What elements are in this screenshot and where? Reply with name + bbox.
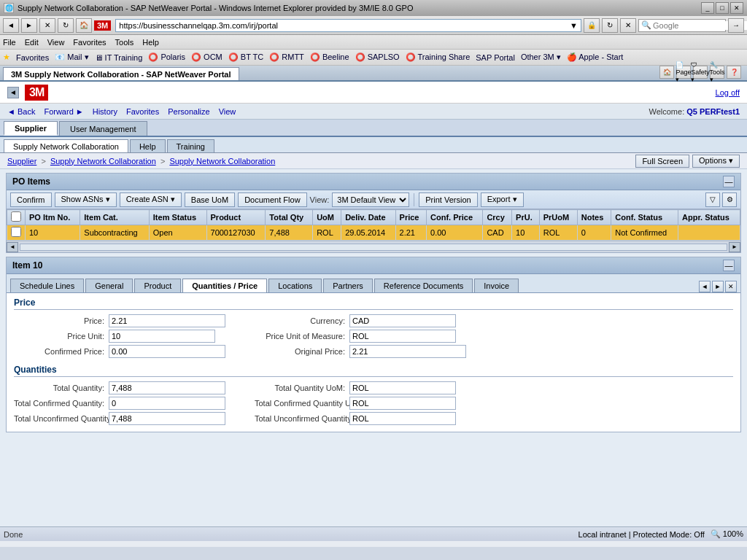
toolbar-safety-btn[interactable]: 🛡 Safety ▾ [693,66,708,79]
stop-button[interactable]: ✕ [39,18,55,33]
toolbar-tools-btn[interactable]: 🔧 Tools ▾ [710,66,724,79]
total-unconf-qty-uom-input[interactable] [349,412,456,425]
address-bar[interactable]: ▼ [115,19,581,32]
nav-view[interactable]: View [219,107,236,116]
fav-saplso[interactable]: ⭕ SAPLSO [355,52,400,62]
conf-price-input[interactable] [109,345,225,358]
menu-tools[interactable]: Tools [115,38,134,47]
browser-tab-main[interactable]: 3M Supply Network Collaboration - SAP Ne… [3,67,239,80]
select-all-checkbox[interactable] [11,211,21,222]
toolbar-help-btn[interactable]: ❓ [727,66,741,79]
row-checkbox-cell[interactable] [7,225,26,241]
menu-view[interactable]: View [47,38,65,47]
table-row[interactable]: 10 Subcontracting Open 7000127030 7,488 … [7,225,740,241]
sap-expand-btn[interactable]: ◄ [7,87,19,98]
refresh-button[interactable]: ↻ [58,18,74,33]
toolbar-page-btn[interactable]: 📄 Page ▾ [676,66,691,79]
tab-quantities-price[interactable]: Quantities / Price [182,279,267,292]
tab-supplier[interactable]: Supplier [4,121,58,136]
breadcrumb-item-2[interactable]: Supply Network Collaboration [50,157,156,166]
tab-reference-documents[interactable]: Reference Documents [374,279,473,292]
create-asn-button[interactable]: Create ASN ▾ [120,192,182,207]
fav-rmtt[interactable]: ⭕ RMTT [269,52,304,62]
confirm-button[interactable]: Confirm [10,192,52,207]
total-conf-qty-uom-input[interactable] [349,397,456,410]
tab-product[interactable]: Product [134,279,181,292]
total-qty-uom-input[interactable] [349,381,456,394]
tab-partners[interactable]: Partners [323,279,373,292]
fav-training-share[interactable]: ⭕ Training Share [406,52,471,62]
sub-tab-training[interactable]: Training [167,139,214,152]
menu-favorites[interactable]: Favorites [73,38,106,47]
po-items-collapse-btn[interactable]: — [723,176,735,187]
filter-icon[interactable]: ▽ [705,192,720,207]
search-bar[interactable]: 🔍 [638,19,726,32]
fav-ocm[interactable]: ⭕ OCM [191,52,222,62]
original-price-input[interactable] [349,345,466,358]
tab-general[interactable]: General [85,279,133,292]
price-input[interactable] [109,314,225,327]
breadcrumb-item-1[interactable]: Supplier [7,157,36,166]
maximize-button[interactable]: □ [716,2,729,14]
total-unconf-qty-input[interactable] [109,412,225,425]
forward-button[interactable]: ► [21,18,37,33]
currency-input[interactable] [349,314,456,327]
logoff-button[interactable]: Log off [716,88,740,97]
fav-apple-start[interactable]: 🍎 Apple - Start [567,52,624,62]
fav-favorites[interactable]: Favorites [16,53,49,62]
options-button[interactable]: Options ▾ [692,155,740,168]
menu-help[interactable]: Help [142,38,159,47]
tab-locations[interactable]: Locations [268,279,322,292]
breadcrumb-item-3[interactable]: Supply Network Collaboration [169,157,275,166]
export-button[interactable]: Export ▾ [481,192,524,207]
view-select[interactable]: 3M Default View [332,192,409,207]
fav-bt-tc[interactable]: ⭕ BT TC [228,52,263,62]
refresh-btn2[interactable]: ↻ [602,18,618,33]
nav-history[interactable]: History [93,107,117,116]
price-uom-input[interactable] [349,330,456,343]
fav-mail[interactable]: 📧 Mail ▾ [55,52,88,62]
minimize-button[interactable]: _ [701,2,714,14]
nav-personalize[interactable]: Personalize [168,107,209,116]
sub-tab-help[interactable]: Help [130,139,166,152]
total-conf-qty-input[interactable] [109,397,225,410]
print-version-button[interactable]: Print Version [419,192,477,207]
tab-user-management[interactable]: User Management [59,121,147,136]
stop-btn2[interactable]: ✕ [620,18,636,33]
scroll-right-btn[interactable]: ► [729,242,740,252]
document-flow-button[interactable]: Document Flow [238,192,306,207]
total-qty-input[interactable] [109,381,225,394]
show-asns-button[interactable]: Show ASNs ▾ [55,192,117,207]
home-button[interactable]: 🏠 [76,18,92,33]
settings-icon[interactable]: ⚙ [722,192,737,207]
fav-it-training[interactable]: 🖥 IT Training [95,53,143,62]
price-unit-input[interactable] [109,330,215,343]
fav-sap-portal[interactable]: SAP Portal [476,53,515,62]
scroll-left-btn[interactable]: ◄ [7,242,18,252]
full-screen-button[interactable]: Full Screen [635,155,689,168]
row-select-checkbox[interactable] [11,227,21,237]
nav-forward[interactable]: Forward ► [44,107,83,116]
toolbar-home-btn[interactable]: 🏠 [659,66,674,79]
item-detail-collapse-btn[interactable]: — [723,260,735,271]
fav-beeline[interactable]: ⭕ Beeline [310,52,349,62]
col-conf-status: Conf. Status [611,210,678,225]
tab-schedule-lines[interactable]: Schedule Lines [10,279,84,292]
base-uom-button[interactable]: Base UoM [185,192,235,207]
sub-tab-snc[interactable]: Supply Network Collaboration [4,139,128,152]
close-button[interactable]: ✕ [730,2,743,14]
fav-polaris[interactable]: ⭕ Polaris [148,52,185,62]
scroll-track[interactable] [20,244,727,251]
nav-back[interactable]: ◄ Back [7,107,35,116]
back-button[interactable]: ◄ [3,18,19,33]
address-input[interactable] [119,21,570,30]
search-submit-button[interactable]: → [728,18,744,33]
tab-prev-button[interactable]: ◄ [699,281,711,292]
tab-close-button[interactable]: ✕ [725,281,737,292]
menu-file[interactable]: File [3,38,16,47]
nav-favorites[interactable]: Favorites [126,107,159,116]
tab-next-button[interactable]: ► [712,281,724,292]
fav-other-3m[interactable]: Other 3M ▾ [521,52,561,62]
tab-invoice[interactable]: Invoice [474,279,519,292]
menu-edit[interactable]: Edit [25,38,39,47]
